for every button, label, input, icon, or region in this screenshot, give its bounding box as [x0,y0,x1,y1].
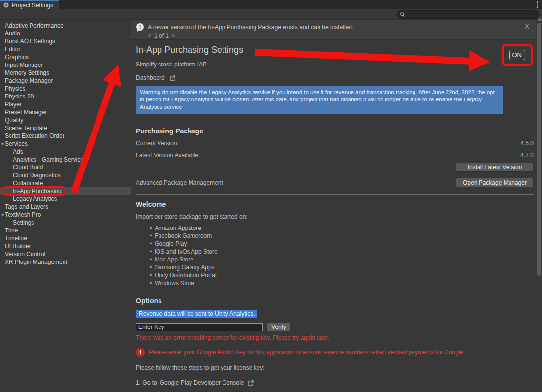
sidebar-item-editor[interactable]: Editor [0,45,131,53]
sidebar-item-quality[interactable]: Quality [0,116,131,124]
pager-next-button[interactable]: > [172,33,175,39]
sidebar-item-scene-template[interactable]: Scene Template [0,124,131,132]
store-list-item: •iOS and tvOs App Store [150,248,534,256]
open-package-manager-button[interactable]: Open Package Manager [456,178,534,187]
sidebar-item-settings[interactable]: Settings [0,219,131,227]
sidebar-item-graphics[interactable]: Graphics [0,53,131,61]
verify-button[interactable]: Verify [266,323,291,331]
sidebar-item-cloud-build[interactable]: Cloud Build [0,163,131,171]
sidebar-item-label: Preset Manager [5,108,47,116]
store-list: •Amazon Appstore•Facebook Gameroom•Googl… [136,224,534,287]
sidebar-item-analytics-gaming-services[interactable]: Analytics - Gaming Services [0,156,131,163]
sidebar-item-ui-builder[interactable]: UI Builder [0,242,131,250]
store-list-item: •Amazon Appstore [150,224,534,232]
sidebar-item-time[interactable]: Time [0,227,131,234]
google-key-input[interactable] [136,323,263,331]
sidebar-item-label: Version Control [5,250,45,258]
sidebar-item-label: Scene Template [5,124,47,132]
window-titlebar: Project Settings [0,0,542,9]
sidebar-item-label: UI Builder [5,242,31,250]
latest-version-label: Latest Version Available: [136,152,200,159]
sidebar-item-input-manager[interactable]: Input Manager [0,61,131,69]
sidebar-item-timeline[interactable]: Timeline [0,234,131,242]
section-divider [136,291,534,291]
sidebar-item-label: Tags and Layers [5,203,48,211]
project-settings-window: Project Settings Adaptive PerformanceAud… [0,0,542,392]
sidebar-item-label: Collaborate [13,179,43,187]
welcome-heading: Welcome [136,200,534,208]
sidebar-item-label: Analytics - Gaming Services [13,156,87,163]
revenue-analytics-note: Revenue data will be sent to Unity Analy… [136,310,257,318]
sidebar-item-label: Time [5,227,18,234]
sidebar-item-adaptive-performance[interactable]: Adaptive Performance [0,22,131,30]
banner-close-button[interactable]: X [525,22,529,30]
options-heading: Options [136,297,534,305]
vertical-scrollbar[interactable] [536,20,542,392]
sidebar-item-tags-and-layers[interactable]: Tags and Layers [0,203,131,211]
scroll-up-arrow-icon[interactable] [537,17,542,21]
external-link-icon [169,75,176,81]
on-toggle-annotation-rect: ON [502,44,533,66]
sidebar-item-legacy-analytics[interactable]: Legacy Analytics [0,195,131,203]
sidebar-item-memory-settings[interactable]: Memory Settings [0,69,131,77]
error-info-icon: i [136,348,145,357]
search-input[interactable] [396,10,540,19]
current-version-label: Current Version: [136,140,179,147]
sidebar-item-script-execution-order[interactable]: Script Execution Order [0,132,131,140]
sidebar-item-label: Legacy Analytics [13,195,57,203]
store-list-item: •Unity Distribution Portal [150,271,534,279]
sidebar-item-label: In-App Purchasing [13,187,62,195]
foldout-expanded-icon[interactable] [1,214,5,216]
sidebar-item-label: Package Manager [5,77,53,85]
sidebar-item-in-app-purchasing[interactable]: In-App Purchasing [0,187,131,195]
foldout-expanded-icon[interactable] [1,143,5,145]
scrollbar-thumb[interactable] [537,23,541,276]
sidebar-item-package-manager[interactable]: Package Manager [0,77,131,85]
purchasing-package-heading: Purchasing Package [136,127,534,135]
sidebar-item-player[interactable]: Player [0,100,131,108]
banner-pager: < 1 of 1 > [148,33,531,39]
sidebar-item-cloud-diagnostics[interactable]: Cloud Diagnostics [0,171,131,179]
dashboard-link[interactable]: Dashboard [136,74,176,81]
google-key-info-row: i Please enter your Google Public Key fo… [136,348,534,357]
iap-enabled-toggle[interactable]: ON [509,50,526,60]
sidebar-item-audio[interactable]: Audio [0,30,131,37]
store-list-item: •Mac App Store [150,256,534,263]
advanced-package-row: Advanced Package Management Open Package… [136,178,534,187]
license-steps-intro: Please follow these steps to get your li… [136,364,534,371]
sidebar-item-services[interactable]: Services [0,140,131,148]
sidebar: Adaptive PerformanceAudioBurst AOT Setti… [0,20,131,392]
sidebar-item-version-control[interactable]: Version Control [0,250,131,258]
sidebar-item-collaborate[interactable]: Collaborate [0,179,131,187]
search-icon [400,12,405,17]
sidebar-item-preset-manager[interactable]: Preset Manager [0,108,131,116]
banner-message: A newer version of the In-App Purchasing… [148,24,353,31]
store-list-item: •Facebook Gameroom [150,232,534,240]
sidebar-item-label: Graphics [5,53,29,61]
step1-prefix: 1. Go to [136,379,157,386]
in-app-purchasing-content: In-App Purchasing Settings ON Simplify c… [131,40,536,392]
gear-icon [3,2,9,8]
sidebar-item-label: Input Manager [5,61,43,69]
sidebar-item-label: Player [5,100,22,108]
sidebar-item-textmesh-pro[interactable]: TextMesh Pro [0,211,131,219]
google-play-console-link[interactable]: Google Play Developer Console [160,379,244,386]
sidebar-item-physics-2d[interactable]: Physics 2D [0,93,131,100]
license-step-1: 1. Go to Google Play Developer Console [136,379,534,386]
external-link-icon [248,380,254,386]
sidebar-item-label: Cloud Diagnostics [13,171,61,179]
sidebar-item-label: Timeline [5,234,27,242]
sidebar-item-burst-aot-settings[interactable]: Burst AOT Settings [0,37,131,45]
current-version-row: Current Version: 4.5.0 [136,140,534,147]
sidebar-item-physics[interactable]: Physics [0,85,131,93]
install-latest-version-button[interactable]: Install Latest Version [456,163,534,172]
sidebar-item-label: TextMesh Pro [5,211,41,219]
sidebar-item-label: Audio [5,30,20,37]
sidebar-item-label: Memory Settings [5,69,49,77]
pager-prev-button[interactable]: < [148,33,151,39]
kebab-menu-icon[interactable] [537,1,538,8]
sidebar-item-xr-plugin-management[interactable]: XR Plugin Management [0,258,131,266]
section-divider [136,194,534,195]
tab-project-settings[interactable]: Project Settings [0,0,59,9]
sidebar-item-ads[interactable]: Ads [0,148,131,156]
